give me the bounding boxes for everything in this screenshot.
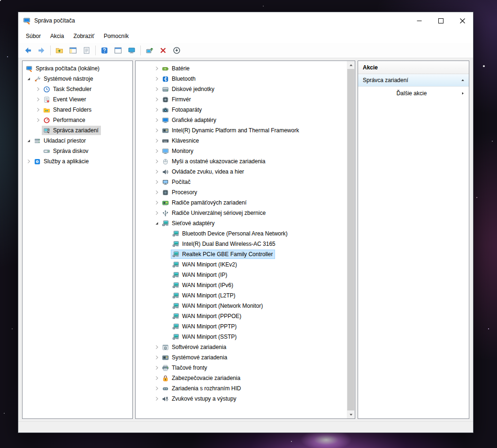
tree-expander-closed-icon[interactable]: [153, 147, 161, 155]
device-tree-item-mysi-a-ostatne-ukazovacie-zariadenia[interactable]: Myši a ostatné ukazovacie zariadenia: [136, 156, 355, 167]
tree-expander-closed-icon[interactable]: [153, 178, 161, 186]
device-tree-item-procesory[interactable]: Procesory: [136, 187, 355, 197]
device-tree-item-zvukove-vstupy-a-vystupy[interactable]: Zvukové vstupy a výstupy: [136, 394, 355, 404]
console-tree-item-performance[interactable]: Performance: [23, 115, 132, 125]
device-tree-item-tlacove-fronty[interactable]: Tlačové fronty: [136, 363, 355, 373]
vertical-scrollbar[interactable]: [347, 61, 355, 418]
scrollbar-up-button[interactable]: [347, 61, 355, 69]
export-list-button[interactable]: [80, 45, 93, 57]
device-tree-item-bluetooth-device-personal-area-network[interactable]: Bluetooth Device (Personal Area Network): [136, 228, 355, 239]
tree-expander-closed-icon[interactable]: [153, 116, 161, 124]
menu-item-zobrazit[interactable]: Zobraziť: [69, 29, 99, 43]
console-tree-item-systemove-nastroje[interactable]: Systémové nástroje: [23, 74, 132, 84]
device-tree-item-sietove-adaptery[interactable]: Sieťové adaptéry: [136, 218, 355, 228]
menu-item-pomocnik[interactable]: Pomocník: [99, 29, 133, 43]
tree-expander-closed-icon[interactable]: [153, 127, 161, 135]
device-tree-item-wan-miniport-sstp[interactable]: WAN Miniport (SSTP): [136, 332, 355, 342]
scrollbar-down-button[interactable]: [347, 410, 355, 418]
tree-expander-closed-icon[interactable]: [153, 106, 161, 114]
maximize-button[interactable]: [430, 12, 451, 29]
console-tree-item-event-viewer[interactable]: Event Viewer: [23, 94, 132, 105]
event-viewer-icon: [43, 96, 51, 103]
device-tree-item-systemove-zariadenia[interactable]: Systémové zariadenia: [136, 352, 355, 363]
tree-expander-closed-icon[interactable]: [153, 209, 161, 217]
device-tree-item-wan-miniport-ip[interactable]: WAN Miniport (IP): [136, 270, 355, 280]
console-tree-item-shared-folders[interactable]: Shared Folders: [23, 105, 132, 115]
device-tree-item-zabezpecovacie-zariadenia[interactable]: Zabezpečovacie zariadenia: [136, 373, 355, 383]
device-tree-item-wan-miniport-ikev2[interactable]: WAN Miniport (IKEv2): [136, 259, 355, 270]
show-console-tree-button[interactable]: [67, 45, 79, 57]
device-tree-item-wan-miniport-pppoe[interactable]: WAN Miniport (PPPOE): [136, 311, 355, 321]
device-tree-item-wan-miniport-network-monitor[interactable]: WAN Miniport (Network Monitor): [136, 301, 355, 311]
tree-expander-open-icon[interactable]: [24, 137, 32, 145]
actions-section-device-manager[interactable]: Správca zariadení: [358, 74, 469, 87]
back-button[interactable]: [22, 45, 34, 57]
device-tree-item-bluetooth[interactable]: Bluetooth: [136, 74, 355, 84]
tree-expander-closed-icon[interactable]: [153, 168, 161, 176]
console-tree-item-sluzby-a-aplikacie[interactable]: Služby a aplikácie: [23, 156, 132, 167]
folder-up-icon: [55, 46, 63, 54]
tree-expander-closed-icon[interactable]: [153, 199, 161, 207]
title-bar[interactable]: Správa počítača: [18, 12, 473, 29]
tree-expander-closed-icon[interactable]: [153, 96, 161, 104]
device-tree-item-wan-miniport-ipv6[interactable]: WAN Miniport (IPv6): [136, 280, 355, 290]
tree-expander-closed-icon[interactable]: [153, 65, 161, 73]
device-tree-item-baterie[interactable]: Batérie: [136, 63, 355, 74]
device-tree-item-fotoaparaty[interactable]: Fotoaparáty: [136, 105, 355, 115]
console-tree-item-task-scheduler[interactable]: Task Scheduler: [23, 84, 132, 94]
device-tree-item-zariadenia-s-rozhranim-hid[interactable]: Zariadenia s rozhraním HID: [136, 383, 355, 394]
update-driver-button[interactable]: [143, 45, 156, 57]
tree-expander-closed-icon[interactable]: [34, 116, 42, 124]
console-window-button[interactable]: [112, 45, 124, 57]
device-tree-item-wan-miniport-l2tp[interactable]: WAN Miniport (L2TP): [136, 290, 355, 301]
console-tree-item-spravca-zariadeni[interactable]: Správca zariadení: [23, 125, 132, 136]
device-tree-item-pocitac[interactable]: Počítač: [136, 177, 355, 187]
remote-computer-button[interactable]: [125, 45, 138, 57]
device-tree-item-klavesnice[interactable]: Klávesnice: [136, 136, 355, 146]
tree-expander-closed-icon[interactable]: [153, 374, 161, 382]
tree-expander-closed-icon[interactable]: [34, 85, 42, 93]
help-button[interactable]: [98, 45, 111, 57]
tree-expander-closed-icon[interactable]: [153, 354, 161, 362]
device-tree-item-graficke-adaptery[interactable]: Grafické adaptéry: [136, 115, 355, 125]
minimize-button[interactable]: [408, 12, 430, 29]
device-tree-item-realtek-pcie-gbe-family-controller[interactable]: Realtek PCIe GBE Family Controller: [136, 249, 355, 259]
tree-expander-closed-icon[interactable]: [153, 137, 161, 145]
tree-expander-open-icon[interactable]: [24, 75, 32, 83]
tree-expander-closed-icon[interactable]: [153, 395, 161, 403]
collapse-section-icon[interactable]: [460, 78, 465, 83]
device-tree-item-diskove-jednotky[interactable]: Diskové jednotky: [136, 84, 355, 94]
device-tree-item-softverove-zariadenia[interactable]: Softvérové zariadenia: [136, 342, 355, 352]
tree-expander-closed-icon[interactable]: [34, 96, 42, 104]
console-tree-item-sprava-pocitaca-lokalne[interactable]: Správa počítača (lokálne): [23, 63, 132, 74]
close-button[interactable]: [451, 12, 473, 29]
scan-hardware-changes-button[interactable]: [170, 45, 183, 57]
tree-expander-closed-icon[interactable]: [153, 189, 161, 197]
device-tree-item-radice-pamatovych-zariadeni[interactable]: Radiče pamäťových zariadení: [136, 197, 355, 208]
device-tree-item-wan-miniport-pptp[interactable]: WAN Miniport (PPTP): [136, 321, 355, 332]
console-tree-item-sprava-diskov[interactable]: Správa diskov: [23, 146, 132, 156]
tree-expander-closed-icon[interactable]: [153, 75, 161, 83]
device-tree-item-radice-univerzalnej-seriovej-zbernice[interactable]: Radiče Univerzálnej sériovej zbernice: [136, 208, 355, 218]
tree-expander-open-icon[interactable]: [153, 220, 161, 228]
uninstall-device-button[interactable]: [157, 45, 169, 57]
scrollbar-thumb[interactable]: [347, 69, 354, 410]
more-actions-item[interactable]: Ďalšie akcie: [358, 87, 469, 99]
tree-expander-closed-icon[interactable]: [34, 106, 42, 114]
menu-item-subor[interactable]: Súbor: [21, 29, 46, 43]
tree-expander-closed-icon[interactable]: [153, 385, 161, 393]
tree-expander-closed-icon[interactable]: [24, 158, 32, 166]
tree-expander-closed-icon[interactable]: [153, 364, 161, 372]
forward-button[interactable]: [35, 45, 48, 57]
device-tree-item-monitory[interactable]: Monitory: [136, 146, 355, 156]
up-one-level-button[interactable]: [53, 45, 66, 57]
device-tree-item-ovladace-zvuku-videa-a-hier[interactable]: Ovládače zvuku, videa a hier: [136, 167, 355, 177]
device-tree-item-intel-r-dual-band-wireless-ac-3165[interactable]: Intel(R) Dual Band Wireless-AC 3165: [136, 239, 355, 249]
device-tree-item-intel-r-dynamic-platform-and-thermal-framework[interactable]: Intel(R) Dynamic Platform and Thermal Fr…: [136, 125, 355, 136]
console-tree-item-ukladaci-priestor[interactable]: Ukladací priestor: [23, 136, 132, 146]
tree-expander-closed-icon[interactable]: [153, 158, 161, 166]
menu-item-akcia[interactable]: Akcia: [46, 29, 69, 43]
tree-expander-closed-icon[interactable]: [153, 343, 161, 351]
tree-expander-closed-icon[interactable]: [153, 85, 161, 93]
device-tree-item-firmver[interactable]: Firmvér: [136, 94, 355, 105]
